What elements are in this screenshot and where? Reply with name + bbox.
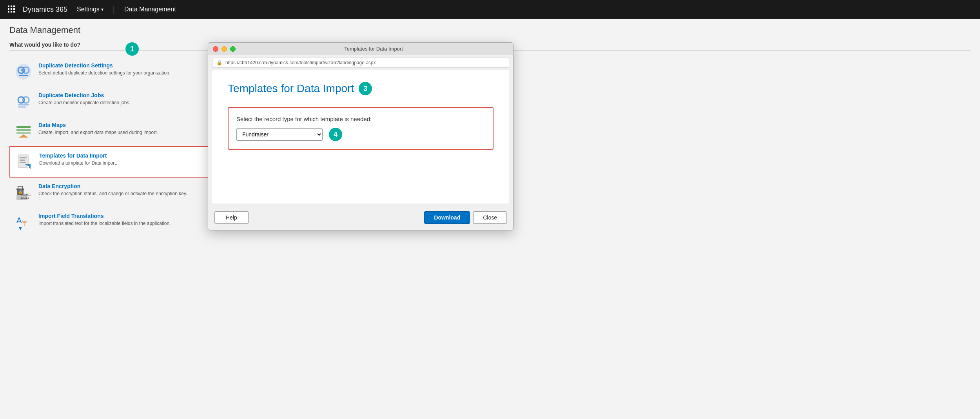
- menu-item-data-maps[interactable]: Data Maps Create, import, and export dat…: [9, 116, 221, 146]
- menu-item-duplicate-jobs[interactable]: Duplicate Detection Jobs Create and moni…: [9, 87, 221, 116]
- svg-rect-6: [8, 11, 9, 13]
- app-grid-icon[interactable]: [5, 2, 19, 16]
- modal-body: Templates for Data Import 3 Select the r…: [212, 70, 509, 203]
- duplicate-settings-icon: ≋: [14, 62, 33, 81]
- translations-desc: Import translated text for the localizab…: [38, 221, 171, 226]
- traffic-light-yellow[interactable]: [221, 46, 227, 52]
- svg-rect-24: [20, 160, 25, 161]
- record-type-label: Select the record type for which templat…: [236, 116, 485, 122]
- data-maps-title: Data Maps: [38, 122, 158, 128]
- svg-rect-1: [11, 5, 12, 7]
- menu-item-duplicate-settings[interactable]: ≋ Duplicate Detection Settings Select de…: [9, 57, 221, 87]
- download-button[interactable]: Download: [424, 211, 470, 224]
- step-badge-4: 4: [329, 128, 342, 141]
- help-button[interactable]: Help: [214, 211, 249, 224]
- step-badge-3: 3: [359, 82, 372, 95]
- encryption-desc: Check the encryption status, and change …: [38, 191, 187, 196]
- modal-titlebar: Templates for Data Import: [208, 43, 513, 55]
- settings-nav[interactable]: Settings ▾: [77, 6, 103, 13]
- templates-desc: Download a template for Data import.: [39, 160, 117, 166]
- svg-text:≋: ≋: [20, 68, 24, 73]
- settings-label: Settings: [77, 6, 100, 13]
- translations-title: Import Field Translations: [38, 213, 171, 219]
- svg-rect-5: [13, 8, 15, 10]
- duplicate-jobs-title: Duplicate Detection Jobs: [38, 92, 131, 98]
- data-maps-text: Data Maps Create, import, and export dat…: [38, 122, 158, 135]
- modal-url: https://cbtr1420.crm.dynamics.com/tools/…: [225, 60, 376, 65]
- import-translations-icon: A 字: [14, 213, 33, 232]
- templates-icon: [15, 152, 34, 171]
- app-name: Dynamics 365: [23, 5, 67, 14]
- menu-item-encryption[interactable]: 🔒 010101 12211 Data Encryption Check the…: [9, 178, 221, 207]
- modal-page-title: Templates for Data Import 3: [228, 82, 494, 95]
- svg-rect-8: [13, 11, 15, 13]
- svg-rect-0: [8, 5, 9, 7]
- svg-rect-19: [16, 129, 31, 131]
- modal-dialog: Templates for Data Import 🔒 https://cbtr…: [208, 42, 514, 230]
- modal-page-title-text: Templates for Data Import: [228, 82, 354, 95]
- templates-title: Templates for Data Import: [39, 152, 117, 159]
- svg-rect-25: [20, 162, 26, 163]
- duplicate-settings-desc: Select default duplicate detection setti…: [38, 70, 171, 76]
- page-title: Data Management: [9, 25, 971, 35]
- encryption-title: Data Encryption: [38, 183, 187, 189]
- page-content: Data Management 1 What would you like to…: [0, 19, 980, 243]
- duplicate-jobs-desc: Create and monitor duplicate detection j…: [38, 100, 131, 105]
- duplicate-jobs-icon: [14, 92, 33, 111]
- menu-item-templates[interactable]: Templates for Data Import Download a tem…: [9, 146, 221, 178]
- translations-text: Import Field Translations Import transla…: [38, 213, 171, 226]
- traffic-light-green[interactable]: [230, 46, 236, 52]
- nav-section-label: Data Management: [124, 6, 176, 13]
- step-badge-1: 1: [125, 42, 139, 56]
- svg-point-15: [23, 97, 29, 103]
- svg-rect-23: [20, 157, 27, 158]
- svg-rect-4: [11, 8, 12, 10]
- svg-rect-20: [16, 132, 31, 134]
- svg-text:12211: 12211: [20, 196, 29, 200]
- svg-rect-2: [13, 5, 15, 7]
- modal-url-bar: 🔒 https://cbtr1420.crm.dynamics.com/tool…: [212, 58, 509, 68]
- settings-chevron-icon: ▾: [101, 7, 103, 12]
- svg-text:A: A: [16, 216, 22, 225]
- duplicate-settings-title: Duplicate Detection Settings: [38, 62, 171, 69]
- svg-marker-21: [19, 134, 28, 138]
- data-maps-icon: [14, 122, 33, 141]
- traffic-light-red[interactable]: [213, 46, 218, 52]
- nav-separator: |: [113, 5, 115, 14]
- data-maps-desc: Create, import, and export data maps use…: [38, 130, 158, 135]
- encryption-text: Data Encryption Check the encryption sta…: [38, 183, 187, 196]
- close-button[interactable]: Close: [473, 211, 507, 224]
- duplicate-settings-text: Duplicate Detection Settings Select defa…: [38, 62, 171, 76]
- svg-rect-16: [18, 104, 29, 105]
- svg-rect-17: [18, 106, 26, 108]
- record-type-section: Select the record type for which templat…: [228, 107, 494, 150]
- menu-item-translations[interactable]: A 字 Import Field Translations Import tra…: [9, 207, 221, 237]
- lock-icon: 🔒: [216, 60, 222, 65]
- templates-text: Templates for Data Import Download a tem…: [39, 152, 117, 166]
- dropdown-row: Fundraiser Account Contact Lead Opportun…: [236, 128, 485, 141]
- modal-footer: Help Download Close: [208, 207, 513, 230]
- svg-marker-38: [19, 227, 22, 230]
- record-type-dropdown[interactable]: Fundraiser Account Contact Lead Opportun…: [236, 128, 323, 141]
- svg-rect-3: [8, 8, 9, 10]
- svg-rect-18: [16, 126, 31, 128]
- duplicate-jobs-text: Duplicate Detection Jobs Create and moni…: [38, 92, 131, 105]
- top-navigation: Dynamics 365 Settings ▾ | Data Managemen…: [0, 0, 980, 19]
- modal-title: Templates for Data Import: [239, 46, 508, 52]
- svg-rect-7: [11, 11, 12, 13]
- svg-text:字: 字: [22, 220, 27, 227]
- encryption-icon: 🔒 010101 12211: [14, 183, 33, 202]
- footer-actions: Download Close: [424, 211, 507, 224]
